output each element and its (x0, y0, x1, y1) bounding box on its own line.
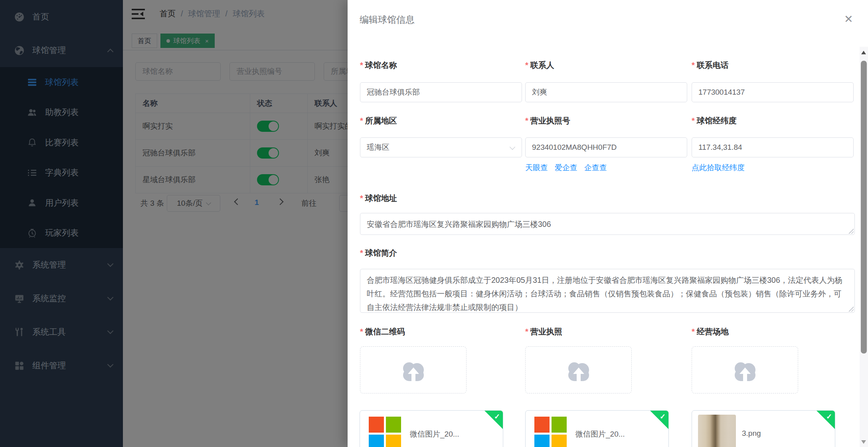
coords-pick-row: 点此拾取经纬度 (692, 163, 745, 173)
required-asterisk: * (692, 116, 695, 125)
address-textarea[interactable]: 安徽省合肥市瑶海区复兴路聚福家园购物广场三楼306 (360, 213, 855, 235)
required-asterisk: * (360, 61, 363, 70)
field-label-license: *营业执照号 (525, 115, 570, 126)
required-asterisk: * (525, 61, 528, 70)
tianyancha-link[interactable]: 天眼查 (525, 163, 548, 173)
field-label-venue-photo: *经营场地 (692, 326, 729, 337)
check-icon: ✓ (826, 412, 832, 421)
cloud-upload-icon (730, 358, 760, 382)
scroll-up-icon[interactable] (861, 51, 866, 54)
scrollbar-thumb[interactable] (861, 61, 867, 354)
close-icon[interactable]: ✕ (844, 13, 853, 26)
qichacha-link[interactable]: 企查查 (584, 163, 607, 173)
required-asterisk: * (360, 327, 363, 336)
contact-field[interactable] (525, 82, 687, 102)
check-icon: ✓ (494, 412, 500, 421)
file-thumbnail (366, 415, 404, 447)
phone-field[interactable] (692, 82, 854, 102)
biz-license-upload-dropzone[interactable] (525, 346, 632, 393)
file-name: 3.png (742, 429, 761, 438)
file-thumbnail (532, 415, 569, 447)
field-label-contact: *联系人 (525, 60, 554, 71)
required-asterisk: * (360, 248, 363, 257)
required-asterisk: * (692, 61, 695, 70)
field-label-address: *球馆地址 (360, 193, 397, 204)
pick-coords-link[interactable]: 点此拾取经纬度 (692, 163, 745, 173)
wechat-qr-upload-dropzone[interactable] (360, 346, 467, 393)
field-label-wechat-qr: *微信二维码 (360, 326, 405, 337)
scroll-down-icon[interactable] (861, 440, 866, 444)
file-thumbnail (698, 415, 736, 447)
required-asterisk: * (525, 116, 528, 125)
region-select[interactable]: 瑶海区 (360, 137, 522, 157)
required-asterisk: * (692, 327, 695, 336)
region-select-value: 瑶海区 (367, 142, 390, 153)
uploaded-file-card[interactable]: 微信图片_20... ✓ (525, 410, 669, 447)
license-number-field[interactable] (525, 137, 687, 157)
required-asterisk: * (360, 116, 363, 125)
venue-name-field[interactable] (360, 82, 522, 102)
uploaded-file-card[interactable]: 3.png ✓ (692, 410, 835, 447)
uploaded-file-card[interactable]: 微信图片_20... ✓ (360, 410, 503, 447)
field-label-phone: *联系电话 (692, 60, 729, 71)
cloud-upload-icon (564, 358, 593, 382)
check-icon: ✓ (660, 412, 666, 421)
coords-field[interactable] (692, 137, 854, 157)
required-asterisk: * (360, 194, 363, 203)
venue-photo-upload-dropzone[interactable] (692, 346, 798, 393)
required-asterisk: * (525, 327, 528, 336)
field-label-name: *球馆名称 (360, 60, 397, 71)
aiqicha-link[interactable]: 爱企查 (555, 163, 577, 173)
intro-textarea[interactable]: 合肥市瑶海区冠驰健身俱乐部成立于2023年05月31日，注册地位于安徽省合肥市瑶… (360, 269, 855, 313)
chevron-down-icon (510, 144, 515, 150)
field-label-region: *所属地区 (360, 115, 397, 126)
edit-venue-drawer: 编辑球馆信息 ✕ *球馆名称 *联系人 *联系电话 *所属地区 *营业执照号 *… (348, 0, 868, 447)
field-label-coords: *球馆经纬度 (692, 115, 737, 126)
drawer-title: 编辑球馆信息 (360, 14, 415, 26)
drawer-scrollbar (860, 47, 868, 447)
cloud-upload-icon (399, 358, 428, 382)
field-label-intro: *球馆简介 (360, 248, 397, 258)
file-name: 微信图片_20... (575, 429, 625, 439)
file-name: 微信图片_20... (410, 429, 459, 439)
field-label-biz-license: *营业执照 (525, 326, 562, 337)
lookup-links: 天眼查 爱企查 企查查 (525, 163, 607, 173)
